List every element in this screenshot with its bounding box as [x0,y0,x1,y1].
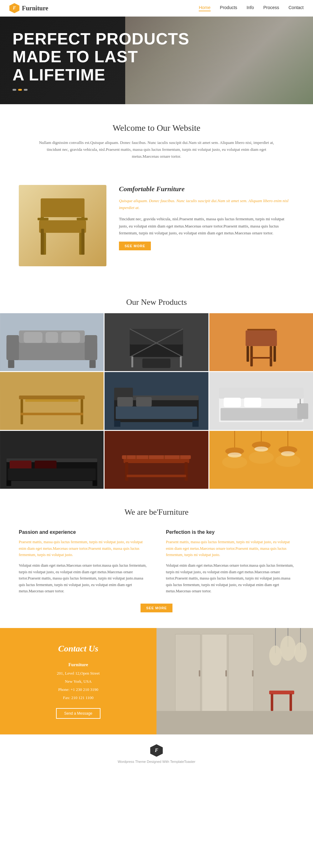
svg-rect-102 [289,694,292,711]
coffee-table-icon [104,431,208,489]
info-col1-heading: Passion and experience [19,529,147,535]
svg-rect-78 [127,475,186,477]
svg-rect-17 [24,332,42,343]
svg-rect-35 [250,357,272,359]
svg-point-90 [249,451,274,464]
product-item-4[interactable] [0,372,103,430]
bedroom-icon [104,372,208,430]
svg-rect-99 [156,711,313,734]
hero-content: PERFECT PRODUCTS MADE TO LAST A LIFETIME [12,30,189,91]
svg-rect-72 [122,455,191,459]
svg-rect-55 [244,398,261,407]
svg-rect-16 [90,360,96,368]
svg-rect-13 [85,335,97,360]
accent-chair-icon [210,313,313,371]
svg-rect-49 [114,421,121,427]
svg-rect-12 [7,335,19,360]
featured-body: Tincidunt nec, gravida vehicula, nisl.Pr… [119,216,294,236]
info-col1-highlight: Praesent mattis, massa quis luctus ferme… [19,539,147,558]
featured-content: Comfortable Furniture Quisque aliquam. D… [119,185,294,250]
svg-rect-67 [93,480,97,486]
svg-rect-46 [117,397,133,406]
contact-fax: Fax: 210 121 1100 [63,695,93,700]
console-table-icon [0,372,103,430]
featured-see-more-button[interactable]: SEE MORE [119,242,151,250]
logo-shield-icon: F [9,3,20,13]
svg-rect-96 [199,670,200,677]
featured-highlight: Quisque aliquam. Donec faucibus. Nunc ia… [119,197,294,211]
svg-rect-93 [175,634,200,712]
product-item-5[interactable] [104,372,208,430]
svg-rect-37 [19,396,85,399]
contact-info: Furniture 201, Level 12,Open Street New … [57,660,100,702]
contact-right-panel [156,628,313,734]
white-bedroom-icon [210,372,313,430]
product-item-2[interactable] [104,313,208,371]
svg-rect-71 [185,462,188,481]
info-heading: We are be'Furniture [19,507,294,517]
svg-rect-3 [37,218,49,220]
svg-rect-18 [46,332,58,343]
contact-address-1: 201, Level 12,Open Street [57,671,100,676]
product-item-7[interactable] [0,431,103,489]
product-item-3[interactable] [210,313,313,371]
svg-rect-8 [41,229,44,255]
contact-left-panel: Contact Us Furniture 201, Level 12,Open … [0,628,156,734]
nav-info[interactable]: Info [247,5,254,11]
footer: F Wordpress Theme Designed With Template… [0,734,313,773]
svg-rect-98 [252,670,253,677]
products-section: Our New Products [0,285,313,489]
navigation: F Furniture Home Products Info Process C… [0,0,313,17]
info-col2-highlight: Praesent mattis, massa quis luctus ferme… [166,539,294,558]
product-item-8[interactable] [104,431,208,489]
hero-title: PERFECT PRODUCTS MADE TO LAST A LIFETIME [12,30,189,84]
hero-dot-1[interactable] [12,89,16,91]
send-message-button[interactable]: Send a Message [56,708,100,719]
svg-rect-40 [25,399,79,402]
nav-process[interactable]: Process [263,5,279,11]
contact-room-detail [156,628,313,734]
svg-rect-34 [273,346,276,362]
svg-rect-97 [225,670,227,677]
info-section: We are be'Furniture Passion and experien… [0,489,313,628]
welcome-heading: Welcome to Our Website [37,123,276,133]
svg-point-104 [280,636,296,661]
contact-section: Contact Us Furniture 201, Level 12,Open … [0,628,313,734]
welcome-body: Nullam dignissim convallis est.Quisque a… [37,139,276,160]
product-item-1[interactable] [0,313,103,371]
hero-section: PERFECT PRODUCTS MADE TO LAST A LIFETIME [0,17,313,104]
svg-rect-57 [297,403,308,419]
sofa-icon [0,313,103,371]
svg-rect-38 [21,399,23,424]
product-item-6[interactable] [210,372,313,430]
svg-rect-27 [180,356,182,367]
info-center: SEE MORE [19,603,294,612]
featured-section: Comfortable Furniture Quisque aliquam. D… [0,176,313,285]
hero-dot-2[interactable] [18,89,22,91]
info-col-2: Perfection is the key Praesent mattis, m… [166,529,294,594]
contact-company: Furniture [57,660,100,669]
svg-rect-70 [125,462,128,481]
svg-rect-50 [192,421,199,427]
svg-rect-30 [245,331,277,346]
nav-contact[interactable]: Contact [289,5,304,11]
nav-products[interactable]: Products [220,5,237,11]
nav-home[interactable]: Home [199,5,210,11]
svg-rect-66 [7,480,11,486]
svg-point-108 [294,642,307,662]
info-col1-body: Volutpat enim diam eget metus.Maecenas o… [19,562,147,594]
logo-name: Furniture [22,5,48,12]
logo[interactable]: F Furniture [9,3,48,13]
contact-phone: Phone: +1 230 210 3190 [58,687,98,692]
hero-dot-3[interactable] [24,89,28,91]
svg-rect-5 [39,220,86,233]
svg-point-59 [296,394,304,399]
svg-rect-11 [7,341,97,360]
welcome-section: Welcome to Our Website Nullam dignissim … [0,104,313,176]
svg-rect-54 [223,398,241,407]
info-see-more-button[interactable]: SEE MORE [140,603,173,612]
svg-rect-48 [116,406,197,419]
product-item-9[interactable] [210,431,313,489]
info-col-1: Passion and experience Praesent mattis, … [19,529,147,594]
info-col2-body: Volutpat enim diam eget metus.Maecenas o… [166,562,294,594]
